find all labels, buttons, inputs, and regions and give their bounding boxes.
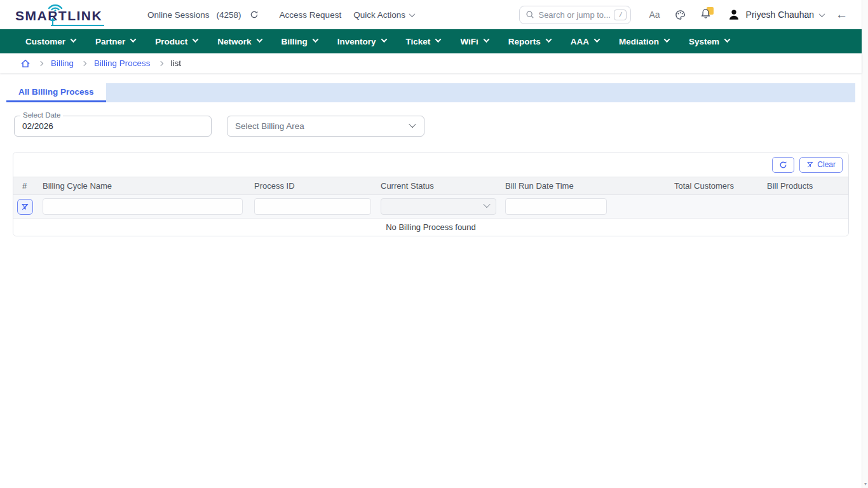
chevron-down-icon bbox=[594, 36, 600, 43]
chevron-down-icon bbox=[71, 36, 77, 43]
chevron-down-icon bbox=[381, 36, 387, 43]
chevron-down-icon bbox=[664, 36, 670, 43]
filter-off-icon bbox=[21, 203, 29, 211]
chevron-down-icon bbox=[483, 201, 490, 208]
search-input[interactable] bbox=[538, 10, 610, 20]
column-header-bill-products: Bill Products bbox=[761, 177, 848, 195]
quick-actions-menu[interactable]: Quick Actions bbox=[353, 10, 414, 20]
breadcrumb-current: list bbox=[171, 58, 182, 68]
filter-billing-cycle-name-input[interactable] bbox=[43, 198, 243, 215]
breadcrumb-separator bbox=[38, 61, 43, 66]
filter-off-icon bbox=[806, 161, 814, 168]
refresh-icon bbox=[779, 161, 787, 169]
select-date-label: Select Date bbox=[20, 111, 63, 119]
billing-area-placeholder: Select Billing Area bbox=[235, 121, 304, 131]
filter-process-id-input[interactable] bbox=[254, 198, 371, 215]
top-header: SMARTLINK Online Sessions (4258) Access … bbox=[0, 0, 862, 29]
nav-item-partner[interactable]: Partner bbox=[95, 37, 135, 46]
search-shortcut-key: / bbox=[614, 10, 627, 20]
clear-label: Clear bbox=[817, 160, 836, 169]
chevron-down-icon bbox=[435, 36, 442, 43]
back-arrow-icon[interactable]: ← bbox=[836, 8, 848, 22]
breadcrumb-billing[interactable]: Billing bbox=[51, 58, 74, 68]
toggle-filter-button[interactable] bbox=[17, 199, 33, 215]
column-header-billing-cycle-name: Billing Cycle Name bbox=[37, 177, 248, 195]
table-header-row: # Billing Cycle Name Process ID Current … bbox=[13, 177, 848, 195]
chevron-down-icon bbox=[409, 121, 416, 128]
nav-item-network[interactable]: Network bbox=[217, 37, 261, 46]
empty-state-row: No Billing Process found bbox=[13, 219, 848, 236]
notifications-bell[interactable] bbox=[700, 8, 711, 22]
chevron-down-icon bbox=[483, 36, 489, 43]
filter-bill-run-date-input[interactable] bbox=[505, 198, 607, 215]
chevron-down-icon bbox=[312, 36, 318, 43]
user-name: Priyesh Chauhan bbox=[746, 10, 814, 20]
column-header-process-id: Process ID bbox=[248, 177, 375, 195]
chevron-down-icon bbox=[409, 11, 415, 17]
nav-item-mediation[interactable]: Mediation bbox=[619, 37, 669, 46]
online-sessions-label: Online Sessions bbox=[147, 10, 210, 20]
main-navigation: Customer Partner Product Network Billing… bbox=[0, 29, 862, 53]
logo-underline bbox=[51, 25, 104, 26]
select-date-input[interactable] bbox=[22, 121, 200, 131]
clear-filters-button[interactable]: Clear bbox=[799, 157, 843, 173]
top-links: Online Sessions (4258) Access Request Qu… bbox=[147, 10, 414, 20]
user-avatar-icon bbox=[728, 8, 740, 21]
nav-item-inventory[interactable]: Inventory bbox=[337, 37, 386, 46]
breadcrumb-separator bbox=[81, 61, 86, 66]
online-sessions[interactable]: Online Sessions (4258) bbox=[147, 10, 259, 20]
nav-item-wifi[interactable]: WiFi bbox=[460, 37, 488, 46]
table-toolbar: Clear bbox=[13, 152, 848, 177]
billing-process-table: # Billing Cycle Name Process ID Current … bbox=[13, 177, 848, 236]
column-header-index: # bbox=[13, 177, 37, 195]
billing-area-select[interactable]: Select Billing Area bbox=[227, 116, 424, 137]
nav-item-aaa[interactable]: AAA bbox=[571, 37, 599, 46]
font-size-toggle[interactable]: Aa bbox=[649, 10, 660, 20]
empty-state-message: No Billing Process found bbox=[13, 219, 848, 236]
filter-form: Select Date Select Billing Area bbox=[0, 102, 862, 137]
page-scrollbar[interactable]: ▾ bbox=[862, 0, 868, 488]
nav-item-ticket[interactable]: Ticket bbox=[406, 37, 441, 46]
column-header-total-customers: Total Customers bbox=[668, 177, 761, 195]
nav-item-system[interactable]: System bbox=[689, 37, 729, 46]
filter-empty-cell bbox=[761, 195, 848, 219]
access-request-link[interactable]: Access Request bbox=[280, 10, 342, 20]
nav-item-product[interactable]: Product bbox=[155, 37, 198, 46]
global-search[interactable]: / bbox=[519, 6, 631, 24]
scrollbar-down-arrow[interactable]: ▾ bbox=[863, 482, 868, 487]
refresh-sessions-icon[interactable] bbox=[250, 10, 259, 19]
breadcrumb: Billing Billing Process list bbox=[0, 53, 862, 73]
theme-palette-icon[interactable] bbox=[675, 10, 686, 20]
chevron-down-icon bbox=[545, 36, 552, 43]
select-date-field[interactable]: Select Date bbox=[14, 116, 212, 137]
nav-item-reports[interactable]: Reports bbox=[508, 37, 551, 46]
filter-current-status-select[interactable] bbox=[381, 198, 496, 215]
filter-empty-cell bbox=[668, 195, 761, 219]
chevron-down-icon bbox=[130, 36, 137, 43]
home-icon[interactable] bbox=[20, 58, 31, 69]
chevron-down-icon bbox=[256, 36, 262, 43]
logo-text: SMARTLINK bbox=[15, 8, 102, 24]
bell-icon bbox=[700, 8, 711, 19]
nav-item-customer[interactable]: Customer bbox=[25, 37, 76, 46]
app-page: SMARTLINK Online Sessions (4258) Access … bbox=[0, 0, 862, 236]
tab-bar: All Billing Process bbox=[6, 83, 855, 102]
nav-item-billing[interactable]: Billing bbox=[281, 37, 318, 46]
refresh-button[interactable] bbox=[772, 157, 794, 173]
chevron-down-icon bbox=[819, 11, 825, 17]
search-icon bbox=[526, 10, 534, 19]
filter-row bbox=[13, 195, 848, 219]
breadcrumb-billing-process[interactable]: Billing Process bbox=[94, 58, 151, 68]
quick-actions-label: Quick Actions bbox=[353, 10, 405, 20]
column-header-bill-run-date-time: Bill Run Date Time bbox=[499, 177, 668, 195]
online-sessions-count: (4258) bbox=[217, 10, 241, 20]
smartlink-logo[interactable]: SMARTLINK bbox=[15, 4, 105, 25]
header-icon-group: Aa bbox=[649, 8, 710, 22]
billing-process-card: Clear # Billing Cycle Name Process ID Cu… bbox=[13, 152, 849, 236]
access-request-label: Access Request bbox=[280, 10, 342, 20]
chevron-down-icon bbox=[724, 36, 731, 43]
breadcrumb-separator bbox=[158, 61, 163, 66]
tab-all-billing-process[interactable]: All Billing Process bbox=[6, 83, 106, 102]
user-menu[interactable]: Priyesh Chauhan bbox=[728, 8, 824, 21]
chevron-down-icon bbox=[193, 36, 199, 43]
